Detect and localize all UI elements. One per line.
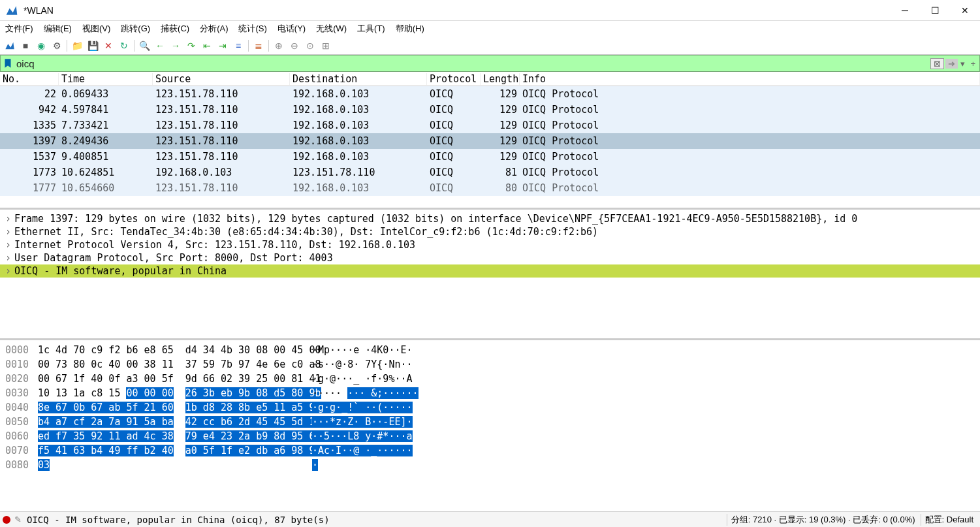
col-proto[interactable]: Protocol xyxy=(427,73,481,85)
colorize-icon[interactable]: ≣ xyxy=(251,39,266,53)
expand-icon[interactable]: › xyxy=(5,252,14,264)
zoom-reset-icon[interactable]: ⊙ xyxy=(303,39,317,53)
filter-dropdown-icon[interactable]: ▾ xyxy=(959,59,966,69)
display-filter-input[interactable] xyxy=(15,58,929,69)
stop-capture-icon[interactable]: ■ xyxy=(18,39,33,53)
expand-icon[interactable]: › xyxy=(5,265,14,277)
menu-wireless[interactable]: 无线(W) xyxy=(316,23,347,35)
start-capture-icon[interactable] xyxy=(3,39,17,53)
menu-file[interactable]: 文件(F) xyxy=(5,23,33,35)
reload-icon[interactable]: ↻ xyxy=(117,39,131,53)
menu-telephony[interactable]: 电话(Y) xyxy=(277,23,306,35)
apply-filter-icon[interactable]: ➜ xyxy=(945,59,958,69)
toolbar: ■ ◉ ⚙ 📁 💾 ✕ ↻ 🔍 ← → ↷ ⇤ ⇥ ≡ ≣ ⊕ ⊖ ⊙ ⊞ xyxy=(0,37,980,55)
go-first-icon[interactable]: ⇤ xyxy=(200,39,214,53)
zoom-out-icon[interactable]: ⊖ xyxy=(287,39,302,53)
packet-row[interactable]: 15379.400851123.151.78.110192.168.0.103O… xyxy=(0,149,980,165)
auto-scroll-icon[interactable]: ≡ xyxy=(231,39,245,53)
details-row[interactable]: ›OICQ - IM software, popular in China xyxy=(0,264,980,278)
statusbar: ✎ OICQ - IM software, popular in China (… xyxy=(0,511,980,527)
h-scrollbar[interactable] xyxy=(0,196,980,208)
clear-filter-icon[interactable]: ⊠ xyxy=(930,58,944,69)
col-length[interactable]: Length xyxy=(481,73,520,85)
packet-row[interactable]: 177710.654660123.151.78.110192.168.0.103… xyxy=(0,180,980,196)
packet-row[interactable]: 9424.597841123.151.78.110192.168.0.103OI… xyxy=(0,102,980,118)
hex-line[interactable]: 003010 13 1a c8 15 00 00 00 26 3b eb 9b … xyxy=(5,386,975,400)
restart-capture-icon[interactable]: ◉ xyxy=(34,39,48,53)
col-time[interactable]: Time xyxy=(59,73,153,85)
menu-help[interactable]: 帮助(H) xyxy=(396,23,424,35)
options-icon[interactable]: ⚙ xyxy=(50,39,64,53)
menu-capture[interactable]: 捕获(C) xyxy=(161,23,189,35)
packet-row[interactable]: 13357.733421123.151.78.110192.168.0.103O… xyxy=(0,118,980,133)
menu-go[interactable]: 跳转(G) xyxy=(121,23,150,35)
packet-row[interactable]: 13978.249436123.151.78.110192.168.0.103O… xyxy=(0,133,980,149)
expand-icon[interactable]: › xyxy=(5,226,14,238)
close-button[interactable]: ✕ xyxy=(950,0,980,21)
save-icon[interactable]: 💾 xyxy=(86,39,100,53)
packet-list-pane: No. Time Source Destination Protocol Len… xyxy=(0,72,980,210)
hex-line[interactable]: 0070f5 41 63 b4 49 ff b2 40 a0 5f 1f e2 … xyxy=(5,443,975,458)
packet-row[interactable]: 177310.624851192.168.0.103123.151.78.110… xyxy=(0,165,980,180)
go-forward-icon[interactable]: → xyxy=(168,39,183,53)
status-profile[interactable]: 配置: Default xyxy=(921,514,977,526)
expand-icon[interactable]: › xyxy=(5,213,14,225)
hex-line[interactable]: 001000 73 80 0c 40 00 38 11 37 59 7b 97 … xyxy=(5,357,975,372)
hex-line[interactable]: 00001c 4d 70 c9 f2 b6 e8 65 d4 34 4b 30 … xyxy=(5,343,975,357)
bookmark-icon[interactable] xyxy=(2,57,14,69)
expert-info-icon[interactable] xyxy=(3,516,10,524)
wireshark-icon xyxy=(5,4,18,17)
menu-edit[interactable]: 编辑(E) xyxy=(44,23,72,35)
find-icon[interactable]: 🔍 xyxy=(137,39,151,53)
edit-icon[interactable]: ✎ xyxy=(14,515,22,524)
packet-row[interactable]: 220.069433123.151.78.110192.168.0.103OIC… xyxy=(0,86,980,102)
zoom-in-icon[interactable]: ⊕ xyxy=(272,39,286,53)
details-row[interactable]: ›User Datagram Protocol, Src Port: 8000,… xyxy=(0,251,980,264)
details-row[interactable]: ›Internet Protocol Version 4, Src: 123.1… xyxy=(0,238,980,251)
col-info[interactable]: Info xyxy=(520,73,980,85)
col-dest[interactable]: Destination xyxy=(290,73,427,85)
menu-stats[interactable]: 统计(S) xyxy=(238,23,266,35)
packet-list-body[interactable]: 220.069433123.151.78.110192.168.0.103OIC… xyxy=(0,86,980,196)
packet-bytes-pane[interactable]: 00001c 4d 70 c9 f2 b6 e8 65 d4 34 4b 30 … xyxy=(0,340,980,511)
hex-line[interactable]: 00408e 67 0b 67 ab 5f 21 60 1b d8 28 8b … xyxy=(5,400,975,415)
go-to-packet-icon[interactable]: ↷ xyxy=(184,39,198,53)
hex-line[interactable]: 002000 67 1f 40 0f a3 00 5f 9d 66 02 39 … xyxy=(5,372,975,386)
expand-icon[interactable]: › xyxy=(5,239,14,251)
titlebar: *WLAN ─ ☐ ✕ xyxy=(0,0,980,21)
resize-columns-icon[interactable]: ⊞ xyxy=(319,39,333,53)
go-last-icon[interactable]: ⇥ xyxy=(215,39,230,53)
add-filter-icon[interactable]: + xyxy=(968,59,978,69)
packet-list-header: No. Time Source Destination Protocol Len… xyxy=(0,72,980,86)
status-main: OICQ - IM software, popular in China (oi… xyxy=(27,515,727,525)
menu-view[interactable]: 视图(V) xyxy=(82,23,110,35)
details-row[interactable]: ›Frame 1397: 129 bytes on wire (1032 bit… xyxy=(0,212,980,225)
minimize-button[interactable]: ─ xyxy=(890,0,920,21)
menu-tools[interactable]: 工具(T) xyxy=(357,23,385,35)
close-file-icon[interactable]: ✕ xyxy=(101,39,116,53)
menubar: 文件(F) 编辑(E) 视图(V) 跳转(G) 捕获(C) 分析(A) 统计(S… xyxy=(0,21,980,37)
hex-line[interactable]: 008003 · xyxy=(5,458,975,472)
window-title: *WLAN xyxy=(24,5,890,16)
hex-line[interactable]: 0060ed f7 35 92 11 ad 4c 38 79 e4 23 2a … xyxy=(5,429,975,443)
packet-details-pane[interactable]: ›Frame 1397: 129 bytes on wire (1032 bit… xyxy=(0,210,980,340)
open-icon[interactable]: 📁 xyxy=(70,39,84,53)
go-back-icon[interactable]: ← xyxy=(153,39,167,53)
maximize-button[interactable]: ☐ xyxy=(920,0,950,21)
menu-analyze[interactable]: 分析(A) xyxy=(200,23,228,35)
display-filter-bar: ⊠ ➜ ▾ + xyxy=(0,55,980,72)
col-no[interactable]: No. xyxy=(0,73,59,85)
col-source[interactable]: Source xyxy=(153,73,290,85)
details-row[interactable]: ›Ethernet II, Src: TendaTec_34:4b:30 (e8… xyxy=(0,225,980,238)
hex-line[interactable]: 0050b4 a7 cf 2a 7a 91 5a ba 42 cc b6 2d … xyxy=(5,415,975,429)
status-packets: 分组: 7210 · 已显示: 19 (0.3%) · 已丢弃: 0 (0.0%… xyxy=(727,514,919,526)
